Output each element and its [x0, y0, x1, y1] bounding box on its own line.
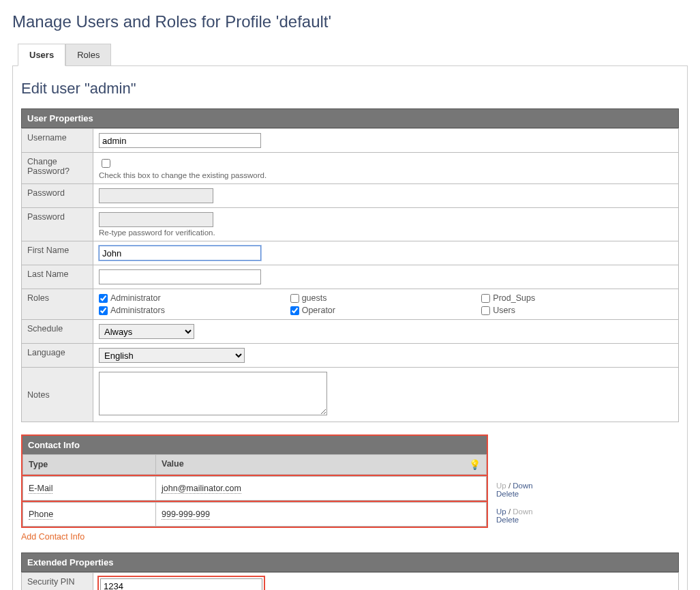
up-link: Up: [496, 482, 506, 490]
label-password: Password: [22, 184, 93, 208]
up-link[interactable]: Up: [496, 507, 506, 516]
tab-bar: Users Roles: [12, 44, 688, 66]
role-administrator[interactable]: Administrator: [99, 293, 290, 303]
role-guests[interactable]: guests: [290, 293, 482, 303]
label-last-name: Last Name: [22, 265, 93, 289]
panel-body: Edit user "admin" User Properties Userna…: [12, 65, 688, 590]
contact-row-phone: Phone 999-999-999: [21, 502, 488, 528]
contact-row-actions: Up / Down Delete: [488, 476, 533, 498]
notes-textarea[interactable]: [99, 372, 327, 415]
first-name-input[interactable]: [99, 246, 261, 261]
role-label: Administrators: [110, 306, 165, 315]
down-link: Down: [513, 507, 532, 516]
role-label: Administrator: [110, 293, 161, 303]
contact-info-highlight: Contact Info Type Value💡: [21, 434, 488, 476]
contact-row-email: E-Mail john@mailinator.com: [21, 476, 488, 502]
contact-value-cell[interactable]: 999-999-999: [156, 503, 487, 527]
help-retype: Re-type password for verification.: [99, 228, 673, 237]
role-prod-sups-checkbox[interactable]: [481, 294, 490, 303]
label-notes: Notes: [22, 368, 93, 422]
role-label: guests: [302, 293, 327, 303]
role-users[interactable]: Users: [481, 306, 673, 315]
role-operator[interactable]: Operator: [290, 306, 482, 315]
user-properties-table: Username Change Password? Check this box…: [21, 128, 679, 422]
label-password-retype: Password: [22, 208, 93, 241]
down-link[interactable]: Down: [513, 482, 532, 490]
role-administrators-checkbox[interactable]: [99, 306, 108, 315]
role-administrator-checkbox[interactable]: [99, 294, 108, 303]
username-input[interactable]: [99, 133, 261, 148]
contact-row-actions: Up / Down Delete: [488, 502, 533, 524]
edit-title: Edit user "admin": [21, 80, 679, 98]
label-language: Language: [22, 344, 93, 368]
role-label: Prod_Sups: [493, 293, 535, 303]
contact-info-table: Type Value💡: [22, 454, 487, 475]
contact-type-cell[interactable]: E-Mail: [23, 477, 156, 501]
add-contact-link[interactable]: Add Contact Info: [21, 532, 85, 542]
change-password-checkbox[interactable]: [102, 159, 110, 168]
roles-grid: Administrator guests Prod_Sups Administr…: [99, 293, 673, 315]
role-prod-sups[interactable]: Prod_Sups: [481, 293, 673, 303]
label-security-pin: Security PIN: [22, 573, 93, 591]
contact-th-type: Type: [23, 455, 156, 475]
tab-users[interactable]: Users: [18, 44, 65, 66]
label-roles: Roles: [22, 289, 93, 320]
section-contact-info: Contact Info: [22, 436, 487, 454]
label-username: Username: [22, 129, 93, 153]
label-first-name: First Name: [22, 241, 93, 265]
language-select[interactable]: English: [99, 348, 245, 363]
role-operator-checkbox[interactable]: [290, 306, 299, 315]
security-pin-input[interactable]: [100, 578, 262, 590]
section-extended: Extended Properties: [21, 552, 679, 572]
section-user-properties: User Properties: [21, 108, 679, 128]
role-guests-checkbox[interactable]: [290, 294, 299, 303]
tab-roles[interactable]: Roles: [65, 44, 111, 66]
contact-info-block: Contact Info Type Value💡 E-Mail john@mai…: [21, 434, 679, 542]
delete-link[interactable]: Delete: [496, 490, 519, 498]
password-retype-input[interactable]: [99, 212, 213, 227]
schedule-select[interactable]: Always: [99, 324, 194, 339]
role-label: Operator: [302, 306, 335, 315]
contact-th-value: Value💡: [156, 455, 487, 475]
label-change-password: Change Password?: [22, 153, 93, 184]
extended-block: Extended Properties Security PIN: [21, 552, 679, 590]
role-administrators[interactable]: Administrators: [99, 306, 290, 315]
extended-table: Security PIN: [21, 572, 679, 590]
contact-type-cell[interactable]: Phone: [23, 503, 156, 527]
role-label: Users: [493, 306, 515, 315]
last-name-input[interactable]: [99, 269, 261, 284]
role-users-checkbox[interactable]: [481, 306, 490, 315]
help-change-password: Check this box to change the existing pa…: [99, 171, 673, 179]
delete-link[interactable]: Delete: [496, 516, 519, 524]
password-input[interactable]: [99, 188, 213, 203]
bulb-icon[interactable]: 💡: [469, 459, 481, 470]
contact-value-cell[interactable]: john@mailinator.com: [156, 477, 487, 501]
label-schedule: Schedule: [22, 320, 93, 344]
page-title: Manage Users and Roles for Profile 'defa…: [12, 12, 688, 31]
